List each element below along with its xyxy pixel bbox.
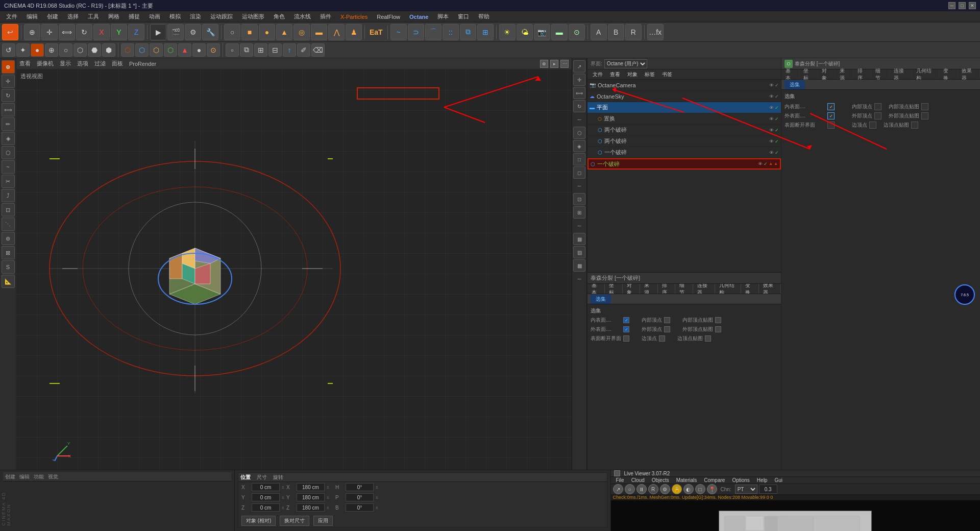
rig-btn[interactable]: R (625, 24, 642, 40)
vp-menu-prorender[interactable]: ProRender (129, 61, 156, 67)
cam-vis1[interactable]: 👁 (769, 83, 774, 88)
tab-connector[interactable]: 连接器 (693, 284, 715, 294)
menu-edit[interactable]: 编辑 (22, 12, 42, 21)
scene-displace[interactable]: ⬡ 置换 👁 ✓ (587, 113, 781, 125)
scale-tool[interactable]: ⟺ (59, 24, 75, 40)
x-pos-input[interactable] (252, 483, 280, 491)
sidebar-snap[interactable]: S (2, 260, 15, 274)
x-size-input[interactable] (297, 483, 325, 491)
menu-realflow[interactable]: RealFlow (373, 13, 404, 21)
oct-sphere[interactable]: ◐ (683, 484, 694, 494)
sm-bookmark[interactable]: 书签 (659, 70, 675, 79)
obj-plane[interactable]: ▬ (311, 24, 327, 40)
fr-edge-vertex-check[interactable] (869, 122, 876, 129)
oct-spp-input[interactable] (759, 485, 777, 494)
sm-tag[interactable]: 标签 (642, 70, 658, 79)
deformer-btn[interactable]: ⌒ (425, 24, 442, 40)
minimize-btn[interactable]: ─ (948, 2, 955, 9)
z-pos-input[interactable] (252, 503, 280, 512)
far-tab-coord[interactable]: 坐标 (799, 69, 817, 79)
sidebar-move[interactable]: ✛ (2, 75, 15, 88)
tab-object[interactable]: 对象 (623, 284, 640, 294)
fr-inner-vertex-check[interactable] (874, 103, 881, 110)
tb2-btn4[interactable]: ⊕ (45, 43, 58, 57)
fr-inner-vmap-check[interactable] (921, 103, 928, 110)
tb2-btn13[interactable]: ▲ (178, 43, 191, 57)
far-tab-geo[interactable]: 几何结构 (912, 69, 940, 79)
tab-geo[interactable]: 几何结构 (715, 284, 742, 294)
oct-tool3[interactable]: ⏸ (636, 484, 647, 494)
edit-render[interactable]: 🔧 (202, 24, 218, 40)
menu-tools[interactable]: 工具 (84, 12, 103, 21)
vt-texture[interactable]: □ (573, 153, 585, 165)
obj-landscape[interactable]: ⋀ (328, 24, 345, 40)
tb2-btn2[interactable]: ✦ (16, 43, 30, 57)
skylight-btn[interactable]: 🌤 (517, 24, 533, 40)
x-axis[interactable]: X (93, 24, 110, 40)
camera-btn[interactable]: 📷 (534, 24, 550, 40)
fr-surface-check[interactable] (827, 122, 835, 129)
fi-vis1[interactable]: 👁 (769, 150, 774, 155)
sidebar-extrude[interactable]: ⤴ (2, 189, 15, 202)
tab-detail[interactable]: 细节 (675, 284, 693, 294)
menu-animate[interactable]: 动画 (145, 12, 164, 21)
scene-fracture1-selected[interactable]: ⬡ 一个破碎 👁 ✓ ▲ ▲ (587, 158, 781, 170)
tb2-btn12[interactable]: ⬡ (164, 43, 177, 57)
tb2-btn17[interactable]: ⧉ (240, 43, 253, 57)
tb2-btn22[interactable]: ⌫ (311, 43, 325, 57)
oct-chn-select[interactable]: PT (735, 485, 757, 494)
sm-file[interactable]: 文件 (590, 70, 606, 79)
fr-inner-check[interactable]: ✓ (827, 103, 835, 110)
tab-effector[interactable]: 效果器 (759, 284, 781, 294)
sidebar-sculpt[interactable]: ◈ (2, 132, 15, 145)
octane-prop-icon[interactable]: O (785, 60, 793, 68)
fr-outer-check[interactable]: ✓ (827, 112, 835, 119)
viewport-canvas[interactable]: 透视视图 (16, 69, 572, 484)
z-size-input[interactable] (297, 503, 325, 512)
vp-menu-options[interactable]: 选项 (77, 60, 88, 67)
scene-fracture2-1[interactable]: ⬡ 两个破碎 👁 ✓ (587, 125, 781, 136)
far-tab-object[interactable]: 对象 (818, 69, 836, 79)
sky-vis2[interactable]: ✓ (775, 94, 779, 99)
tab-transform[interactable]: 变换 (741, 284, 758, 294)
outer-vertex-check[interactable] (664, 326, 670, 332)
sky-btn[interactable]: ⊙ (569, 24, 585, 40)
sidebar-subdiv[interactable]: ⋱ (2, 218, 15, 231)
sidebar-knife[interactable]: ✂ (2, 175, 15, 188)
far-tab-source[interactable]: 来源 (836, 69, 853, 79)
obj-cube[interactable]: ■ (241, 24, 258, 40)
inner-vertex-map-check[interactable] (715, 317, 721, 323)
tb2-btn20[interactable]: ↑ (283, 43, 296, 57)
f22-vis2[interactable]: ✓ (775, 139, 779, 144)
bl-func[interactable]: 功能 (34, 473, 44, 480)
menu-octane[interactable]: Octane (405, 13, 432, 21)
abs-size-btn[interactable]: 换对尺寸 (280, 516, 309, 526)
oct-materials[interactable]: Materials (673, 477, 700, 484)
obj-torus[interactable]: ◎ (293, 24, 310, 40)
sm-object[interactable]: 对象 (624, 70, 641, 79)
outer-vertex-map-check[interactable] (715, 326, 721, 332)
menu-create[interactable]: 创建 (43, 12, 62, 21)
tab-sort[interactable]: 排序 (658, 284, 675, 294)
rotate-tool[interactable]: ↻ (76, 24, 92, 40)
f21-vis2[interactable]: ✓ (775, 128, 779, 133)
pos-tab-pos[interactable]: 位置 (240, 474, 251, 481)
tb2-btn7[interactable]: ⬣ (88, 43, 101, 57)
interface-select[interactable]: Octane (用户) (604, 59, 647, 68)
b-input[interactable] (346, 503, 374, 512)
scene-fracture1-inner[interactable]: ⬡ 一个破碎 👁 ✓ (587, 147, 781, 158)
sidebar-model[interactable]: ⬡ (2, 146, 15, 159)
tb2-btn19[interactable]: ⊟ (268, 43, 282, 57)
menu-xparticles[interactable]: X-Particles (336, 13, 372, 21)
far-tab-transform[interactable]: 变换 (939, 69, 957, 79)
vt-frame2[interactable]: ▧ (573, 246, 585, 258)
sm-view[interactable]: 查看 (607, 70, 623, 79)
fi-vis2[interactable]: ✓ (775, 150, 779, 155)
octane-viewport[interactable] (611, 500, 981, 531)
tb2-btn5[interactable]: ○ (59, 43, 72, 57)
tb2-btn11[interactable]: ⬡ (150, 43, 163, 57)
vp-menu-camera[interactable]: 摄像机 (37, 60, 54, 67)
pos-tab-rot[interactable]: 旋转 (273, 474, 283, 481)
inner-face-check[interactable] (623, 317, 629, 323)
fs-vis2[interactable]: ✓ (764, 161, 768, 166)
